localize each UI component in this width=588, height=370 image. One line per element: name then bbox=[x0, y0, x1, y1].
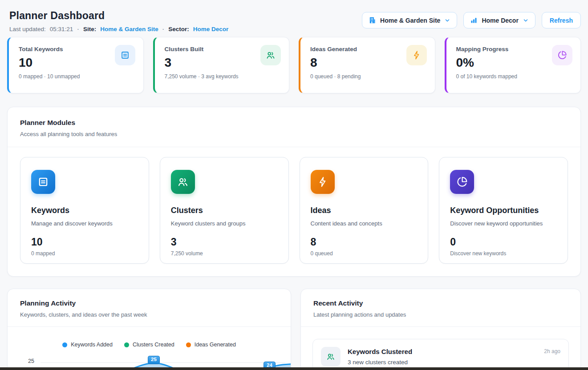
page-title: Planner Dashboard bbox=[9, 10, 228, 22]
site-label: Site: bbox=[83, 26, 96, 32]
bottom-edge-bar bbox=[0, 367, 588, 370]
planner-modules-header: Planner Modules Access all planning tool… bbox=[8, 107, 580, 147]
module-value: 8 bbox=[311, 236, 418, 248]
stat-sub: 0 of 10 keywords mapped bbox=[456, 73, 573, 80]
users-icon bbox=[171, 170, 195, 194]
pie-chart-icon bbox=[552, 45, 572, 65]
users-icon bbox=[321, 347, 341, 366]
module-card-ideas[interactable]: Ideas Content ideas and concepts 8 0 que… bbox=[300, 157, 429, 264]
data-point-badge: 25 bbox=[148, 356, 160, 364]
card-title: Planning Activity bbox=[20, 299, 278, 307]
module-sub: Discover new keywords bbox=[450, 250, 557, 257]
refresh-button[interactable]: Refresh bbox=[542, 12, 581, 28]
module-sub: 0 mapped bbox=[31, 250, 138, 257]
document-icon bbox=[31, 170, 55, 194]
header-meta: Last updated: 05:31:21 · Site: Home & Ga… bbox=[9, 26, 228, 32]
module-title: Clusters bbox=[171, 206, 278, 215]
sector-link[interactable]: Home Decor bbox=[193, 26, 229, 32]
bottom-row: Planning Activity Keywords, clusters, an… bbox=[7, 289, 581, 370]
stats-row: Total Keywords 10 0 mapped · 10 unmapped… bbox=[7, 37, 581, 93]
legend-dot-blue bbox=[62, 342, 67, 347]
document-icon bbox=[115, 45, 135, 65]
planner-modules-panel: Planner Modules Access all planning tool… bbox=[7, 107, 581, 277]
activity-description: 3 new clusters created bbox=[348, 359, 412, 366]
stat-card-clusters-built: Clusters Built 3 7,250 volume · 3 avg ke… bbox=[153, 37, 290, 93]
chevron-down-icon bbox=[444, 17, 450, 24]
panel-subtitle: Access all planning tools and features bbox=[20, 131, 568, 137]
stat-card-ideas-generated: Ideas Generated 8 0 queued · 8 pending bbox=[299, 37, 435, 93]
legend-item-keywords-added[interactable]: Keywords Added bbox=[62, 342, 113, 348]
card-subtitle: Keywords, clusters, and ideas over the p… bbox=[20, 311, 278, 318]
module-title: Ideas bbox=[311, 206, 418, 215]
last-updated-label: Last updated: bbox=[9, 26, 46, 32]
card-title: Recent Activity bbox=[313, 299, 568, 307]
legend-item-clusters-created[interactable]: Clusters Created bbox=[124, 342, 174, 348]
modules-grid: Keywords Manage and discover keywords 10… bbox=[8, 147, 580, 276]
recent-activity-header: Recent Activity Latest planning actions … bbox=[301, 289, 580, 326]
module-sub: 7,250 volume bbox=[171, 250, 278, 257]
legend-label: Keywords Added bbox=[71, 342, 113, 348]
stat-sub: 7,250 volume · 3 avg keywords bbox=[165, 73, 281, 80]
activity-title: Keywords Clustered bbox=[348, 348, 412, 355]
site-selector-label: Home & Garden Site bbox=[380, 17, 440, 24]
module-description: Content ideas and concepts bbox=[311, 220, 418, 227]
module-description: Keyword clusters and groups bbox=[171, 220, 278, 227]
building-icon bbox=[369, 16, 376, 24]
planning-activity-card: Planning Activity Keywords, clusters, an… bbox=[7, 289, 291, 370]
module-card-keywords[interactable]: Keywords Manage and discover keywords 10… bbox=[20, 157, 149, 264]
chart-legend: Keywords Added Clusters Created Ideas Ge… bbox=[8, 342, 291, 348]
legend-label: Clusters Created bbox=[133, 342, 174, 348]
planning-activity-header: Planning Activity Keywords, clusters, an… bbox=[8, 289, 291, 326]
module-description: Discover new keyword opportunities bbox=[450, 220, 557, 227]
header-left: Planner Dashboard Last updated: 05:31:21… bbox=[9, 10, 228, 32]
legend-dot-green bbox=[124, 342, 129, 347]
chevron-down-icon bbox=[523, 17, 529, 24]
module-title: Keywords bbox=[31, 206, 138, 215]
card-subtitle: Latest planning actions and updates bbox=[313, 311, 568, 318]
meta-separator: · bbox=[77, 26, 79, 32]
meta-separator: · bbox=[162, 26, 165, 32]
page-header: Planner Dashboard Last updated: 05:31:21… bbox=[0, 0, 588, 32]
stat-sub: 0 queued · 8 pending bbox=[310, 73, 427, 80]
users-icon bbox=[260, 45, 281, 65]
stat-card-mapping-progress: Mapping Progress 0% 0 of 10 keywords map… bbox=[445, 37, 581, 93]
legend-item-ideas-generated[interactable]: Ideas Generated bbox=[186, 342, 236, 348]
recent-activity-list: Keywords Clustered 3 new clusters create… bbox=[301, 327, 580, 370]
module-card-clusters[interactable]: Clusters Keyword clusters and groups 3 7… bbox=[160, 157, 289, 264]
activity-content: Keywords Clustered 3 new clusters create… bbox=[348, 347, 412, 366]
stat-sub: 0 mapped · 10 unmapped bbox=[19, 73, 135, 80]
legend-label: Ideas Generated bbox=[195, 342, 236, 348]
panel-title: Planner Modules bbox=[20, 119, 568, 127]
module-value: 10 bbox=[31, 236, 138, 248]
module-value: 3 bbox=[171, 236, 278, 248]
pie-chart-icon bbox=[450, 170, 474, 194]
site-link[interactable]: Home & Garden Site bbox=[100, 26, 158, 32]
module-title: Keyword Opportunities bbox=[450, 206, 557, 215]
bolt-icon bbox=[311, 170, 335, 194]
activity-timestamp: 2h ago bbox=[544, 348, 560, 354]
sector-label: Sector: bbox=[168, 26, 189, 32]
bolt-icon bbox=[406, 45, 427, 65]
sector-selector-label: Home Decor bbox=[482, 17, 518, 24]
module-description: Manage and discover keywords bbox=[31, 220, 138, 227]
bar-chart-icon bbox=[470, 16, 478, 24]
last-updated-value: 05:31:21 bbox=[50, 26, 73, 32]
stat-card-total-keywords: Total Keywords 10 0 mapped · 10 unmapped bbox=[7, 37, 144, 93]
site-selector-dropdown[interactable]: Home & Garden Site bbox=[362, 12, 457, 28]
module-sub: 0 queued bbox=[311, 250, 418, 257]
activity-item: Keywords Clustered 3 new clusters create… bbox=[312, 339, 569, 370]
sector-selector-dropdown[interactable]: Home Decor bbox=[463, 12, 535, 28]
header-controls: Home & Garden Site Home Decor Refresh bbox=[362, 12, 581, 28]
module-value: 0 bbox=[450, 236, 557, 248]
recent-activity-card: Recent Activity Latest planning actions … bbox=[300, 289, 581, 370]
divider bbox=[8, 326, 291, 327]
legend-dot-orange bbox=[186, 342, 191, 347]
module-card-keyword-opportunities[interactable]: Keyword Opportunities Discover new keywo… bbox=[439, 157, 568, 264]
